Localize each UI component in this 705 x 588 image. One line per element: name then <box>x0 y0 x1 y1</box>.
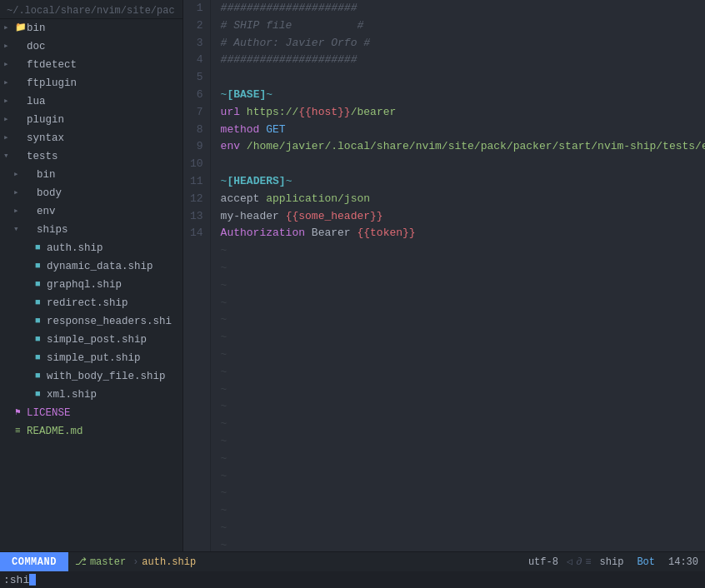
sidebar-item-label: syntax <box>27 130 64 147</box>
file-tree[interactable]: ~/.local/share/nvim/site/pac ▸ 📁 bin ▸ d… <box>0 0 183 551</box>
sidebar-item-ftdetect[interactable]: ▸ ftdetect <box>0 56 182 74</box>
sidebar-item-graphql[interactable]: ■ graphql.ship <box>0 276 182 294</box>
code-line-tilde: ~ <box>221 381 695 399</box>
status-delta-icon: ∂ <box>574 556 583 568</box>
line-num-9: 9 <box>190 138 203 156</box>
sidebar-item-doc[interactable]: ▸ doc <box>0 37 182 56</box>
code-line-7: url https://{{host}}/bearer <box>221 104 695 122</box>
code-line-14: Authorization Bearer {{token}} <box>221 225 695 242</box>
sidebar-item-label: env <box>37 203 56 220</box>
sidebar-item-lua[interactable]: ▸ lua <box>0 92 182 111</box>
sidebar-path: ~/.local/share/nvim/site/pac <box>0 3 182 19</box>
code-line-tilde: ~ <box>221 416 695 433</box>
code-line-tilde: ~ <box>221 451 695 468</box>
chevron-right-icon: ▸ <box>3 39 15 54</box>
license-icon: ⚑ <box>15 406 27 421</box>
chevron-right-icon: ▸ <box>3 57 15 72</box>
ship-file-icon: ■ <box>35 277 47 292</box>
sidebar-item-with-body-file[interactable]: ■ with_body_file.ship <box>0 367 182 386</box>
statusbar: COMMAND ⎇ master › auth.ship utf-8 ◁ ∂ ≡… <box>0 551 705 571</box>
sidebar-item-dynamic-data[interactable]: ■ dynamic_data.ship <box>0 257 182 276</box>
ship-file-icon: ■ <box>35 387 47 402</box>
sidebar-item-label: ftplugin <box>27 75 77 92</box>
code-line-tilde: ~ <box>221 502 695 520</box>
folder-icon: 📁 <box>15 21 27 36</box>
code-line-5 <box>221 69 695 87</box>
chevron-right-icon: ▸ <box>3 21 15 36</box>
line-num-4: 4 <box>190 52 203 69</box>
sidebar-item-redirect[interactable]: ■ redirect.ship <box>0 294 182 312</box>
code-line-tilde: ~ <box>221 311 695 329</box>
sidebar-item-label: redirect.ship <box>47 295 128 311</box>
code-line-2: # SHIP file # <box>221 17 695 35</box>
line-num-13: 13 <box>190 208 203 226</box>
code-content: ##################### # SHIP file # # Au… <box>211 0 705 551</box>
status-equals-icon: ≡ <box>583 556 592 568</box>
sidebar-item-tests-ships[interactable]: ▾ ships <box>0 221 182 239</box>
line-num-14: 14 <box>190 225 203 242</box>
code-line-9: env /home/javier/.local/share/nvim/site/… <box>221 138 695 156</box>
code-line-13: my-header {{some_header}} <box>221 208 695 226</box>
sidebar-item-label: xml.ship <box>47 386 97 403</box>
code-line-3: # Author: Javier Orfo # <box>221 35 695 52</box>
sidebar-item-tests-bin[interactable]: ▸ bin <box>0 166 182 184</box>
chevron-down-icon: ▾ <box>3 149 15 164</box>
sidebar-item-label: simple_put.ship <box>47 350 141 366</box>
sidebar-item-simple-put[interactable]: ■ simple_put.ship <box>0 349 182 367</box>
line-num-12: 12 <box>190 191 203 208</box>
chevron-down-icon: ▾ <box>13 222 25 237</box>
sidebar-item-label: bin <box>37 167 56 183</box>
ship-file-icon: ■ <box>35 241 47 256</box>
sidebar-item-tests-body[interactable]: ▸ body <box>0 184 182 202</box>
sidebar-item-ftplugin[interactable]: ▸ ftplugin <box>0 74 182 92</box>
sidebar-item-license[interactable]: ⚑ LICENSE <box>0 404 182 422</box>
sidebar-item-label: body <box>37 185 62 202</box>
clock: 14:30 <box>662 556 705 568</box>
sidebar-item-readme[interactable]: ≡ README.md <box>0 422 182 441</box>
sidebar-item-bin[interactable]: ▸ 📁 bin <box>0 19 182 37</box>
sidebar-item-tests[interactable]: ▾ tests <box>0 147 182 166</box>
vim-cmdline[interactable]: :shi <box>0 571 705 588</box>
line-num-8: 8 <box>190 122 203 139</box>
code-editor[interactable]: 1 2 3 4 5 6 7 8 9 10 11 12 13 14 <box>183 0 705 551</box>
ship-file-icon: ■ <box>35 314 47 329</box>
editor-body: 1 2 3 4 5 6 7 8 9 10 11 12 13 14 <box>183 0 705 551</box>
sidebar-item-label: doc <box>27 38 46 55</box>
code-line-12: accept application/json <box>221 191 695 208</box>
sidebar-item-response-headers[interactable]: ■ response_headers.shi <box>0 312 182 331</box>
sidebar-item-label: plugin <box>27 112 64 128</box>
sidebar-item-label: response_headers.shi <box>47 313 172 330</box>
chevron-right-icon: ▸ <box>3 76 15 91</box>
code-line-10 <box>221 156 695 173</box>
sidebar-item-syntax[interactable]: ▸ syntax <box>0 129 182 147</box>
code-line-tilde: ~ <box>221 468 695 486</box>
status-sep: › <box>132 556 138 568</box>
ship-file-icon: ■ <box>35 351 47 366</box>
chevron-right-icon: ▸ <box>13 167 25 182</box>
sidebar-item-label: graphql.ship <box>47 277 122 293</box>
sidebar-item-auth-ship[interactable]: ■ auth.ship <box>0 239 182 257</box>
chevron-right-icon: ▸ <box>13 204 25 219</box>
editor-layout: ~/.local/share/nvim/site/pac ▸ 📁 bin ▸ d… <box>0 0 705 551</box>
code-line-11: ~[HEADERS]~ <box>221 173 695 191</box>
sidebar-item-label: ftdetect <box>27 57 77 73</box>
line-num-11: 11 <box>190 173 203 191</box>
code-line-tilde: ~ <box>221 260 695 277</box>
chevron-right-icon: ▸ <box>3 112 15 127</box>
chevron-right-icon: ▸ <box>3 94 15 109</box>
cmdline-prefix: :shi <box>3 574 29 586</box>
sidebar-item-label: LICENSE <box>27 405 71 421</box>
sidebar-item-xml[interactable]: ■ xml.ship <box>0 386 182 404</box>
sidebar-item-plugin[interactable]: ▸ plugin <box>0 111 182 129</box>
sidebar-item-label: dynamic_data.ship <box>47 258 153 275</box>
line-num-1: 1 <box>190 0 203 17</box>
sidebar-item-simple-post[interactable]: ■ simple_post.ship <box>0 331 182 349</box>
sidebar-item-label: auth.ship <box>47 240 103 257</box>
ship-file-icon: ■ <box>35 259 47 274</box>
sidebar-item-tests-env[interactable]: ▸ env <box>0 202 182 221</box>
line-num-5: 5 <box>190 69 203 87</box>
sidebar-item-label: README.md <box>27 423 83 440</box>
branch-icon: ⎇ <box>75 556 87 568</box>
ship-file-icon: ■ <box>35 369 47 384</box>
line-numbers: 1 2 3 4 5 6 7 8 9 10 11 12 13 14 <box>183 0 211 551</box>
